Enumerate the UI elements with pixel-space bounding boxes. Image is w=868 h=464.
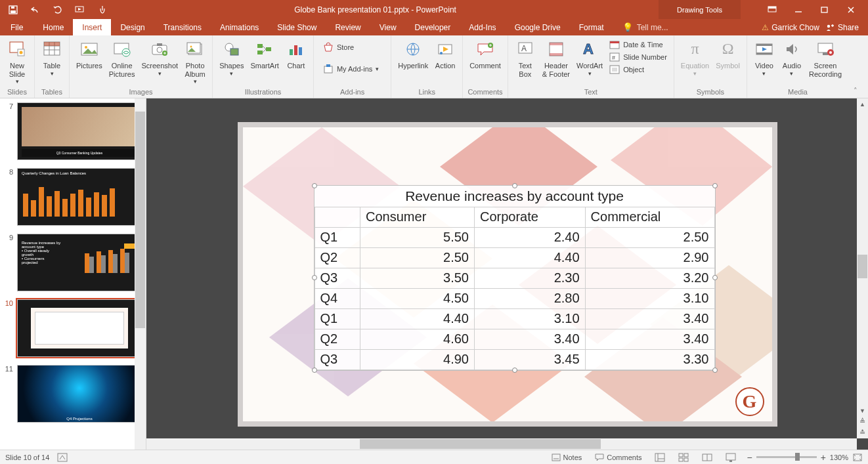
vscroll-handle[interactable] bbox=[857, 255, 867, 278]
audio-button[interactable]: Audio▾ bbox=[779, 37, 805, 78]
object-button[interactable]: Object bbox=[607, 64, 670, 75]
account-user[interactable]: ⚠Garrick Chow bbox=[762, 23, 819, 32]
reading-view-icon[interactable] bbox=[699, 453, 715, 462]
fit-to-window-icon[interactable] bbox=[852, 453, 863, 462]
slideshow-view-icon[interactable] bbox=[723, 453, 739, 462]
my-addins-button[interactable]: My Add-ins ▾ bbox=[320, 63, 381, 75]
slide-editor[interactable]: Revenue increases by account type Consum… bbox=[146, 98, 868, 450]
comment-button[interactable]: Comment bbox=[467, 37, 504, 72]
tab-developer[interactable]: Developer bbox=[406, 19, 460, 35]
scroll-down-icon[interactable]: ▼ bbox=[857, 405, 868, 416]
thumbnail-11[interactable]: 11 Q4 Projections bbox=[0, 361, 146, 427]
tab-transitions[interactable]: Transitions bbox=[154, 19, 211, 35]
row-label[interactable]: Q1 bbox=[315, 227, 360, 247]
cell[interactable]: 4.40 bbox=[474, 247, 585, 268]
comments-button[interactable]: Comments bbox=[592, 453, 644, 461]
thumbnail-7[interactable]: 7 Q3 Consumer Banking Updates bbox=[0, 98, 146, 164]
wordart-button[interactable]: AWordArt▾ bbox=[574, 37, 605, 78]
cell[interactable]: 2.80 bbox=[474, 288, 585, 308]
shapes-button[interactable]: Shapes▾ bbox=[217, 37, 246, 78]
tab-design[interactable]: Design bbox=[111, 19, 154, 35]
screen-recording-button[interactable]: Screen Recording bbox=[806, 37, 844, 79]
cell[interactable]: 4.50 bbox=[360, 288, 475, 308]
table-row[interactable]: Q14.403.103.40 bbox=[315, 308, 714, 329]
table-row[interactable]: Q34.903.453.30 bbox=[315, 349, 714, 369]
tab-review[interactable]: Review bbox=[326, 19, 370, 35]
next-slide-icon[interactable]: ≛ bbox=[857, 427, 868, 438]
notes-button[interactable]: Notes bbox=[549, 453, 585, 461]
pictures-button[interactable]: Pictures bbox=[74, 37, 105, 72]
start-from-beginning-icon[interactable] bbox=[74, 3, 87, 16]
table-row[interactable]: Q33.502.303.20 bbox=[315, 268, 714, 288]
cell[interactable]: 3.40 bbox=[585, 308, 714, 329]
symbol-button[interactable]: ΩSymbol bbox=[713, 37, 743, 72]
close-icon[interactable] bbox=[839, 3, 863, 16]
cell[interactable]: 3.10 bbox=[585, 288, 714, 308]
action-button[interactable]: Action bbox=[432, 37, 458, 72]
zoom-out-button[interactable]: − bbox=[747, 452, 752, 463]
new-slide-button[interactable]: New Slide▾ bbox=[4, 37, 30, 87]
zoom-slider[interactable] bbox=[756, 456, 817, 458]
table-row[interactable]: Q44.502.803.10 bbox=[315, 288, 714, 308]
thumbnail-8[interactable]: 8 Quarterly Changes in Loan Balances bbox=[0, 164, 146, 230]
table-row[interactable]: Q22.504.402.90 bbox=[315, 247, 714, 268]
table-object[interactable]: Revenue increases by account type Consum… bbox=[314, 185, 716, 371]
ribbon-options-icon[interactable] bbox=[760, 3, 784, 16]
minimize-icon[interactable] bbox=[787, 3, 810, 16]
share-button[interactable]: Share bbox=[826, 23, 859, 32]
text-box-button[interactable]: AText Box bbox=[512, 37, 538, 79]
thumbs-scrollbar[interactable] bbox=[135, 98, 146, 450]
scroll-up-icon[interactable]: ▲ bbox=[857, 98, 868, 110]
table-row[interactable]: Q24.603.403.40 bbox=[315, 329, 714, 349]
cell[interactable]: 3.50 bbox=[360, 268, 475, 288]
cell[interactable]: 4.40 bbox=[360, 308, 475, 329]
date-time-button[interactable]: Date & Time bbox=[607, 39, 670, 51]
cell[interactable]: 3.20 bbox=[585, 268, 714, 288]
cell[interactable]: 3.45 bbox=[474, 349, 585, 369]
store-button[interactable]: Store bbox=[320, 41, 381, 53]
cell[interactable]: 2.30 bbox=[474, 268, 585, 288]
prev-slide-icon[interactable]: ≜ bbox=[857, 416, 868, 427]
equation-button[interactable]: πEquation▾ bbox=[678, 37, 712, 78]
tab-slide-show[interactable]: Slide Show bbox=[268, 19, 326, 35]
redo-icon[interactable] bbox=[51, 3, 64, 16]
row-label[interactable]: Q4 bbox=[315, 288, 360, 308]
cell[interactable]: 3.40 bbox=[585, 329, 714, 349]
video-button[interactable]: Video▾ bbox=[751, 37, 777, 78]
tab-file[interactable]: File bbox=[0, 19, 33, 35]
cell[interactable]: 3.40 bbox=[474, 329, 585, 349]
cell[interactable]: 2.90 bbox=[585, 247, 714, 268]
cell[interactable]: 4.90 bbox=[360, 349, 475, 369]
normal-view-icon[interactable] bbox=[652, 453, 668, 462]
cell[interactable]: 3.30 bbox=[585, 349, 714, 369]
row-label[interactable]: Q2 bbox=[315, 329, 360, 349]
tab-animations[interactable]: Animations bbox=[211, 19, 268, 35]
chart-button[interactable]: Chart bbox=[283, 37, 309, 72]
online-pictures-button[interactable]: Online Pictures bbox=[106, 37, 138, 79]
editor-vscroll[interactable]: ▲ ▼ ≜ ≛ bbox=[857, 98, 868, 438]
spellcheck-icon[interactable] bbox=[57, 453, 68, 462]
tab-add-ins[interactable]: Add-Ins bbox=[460, 19, 505, 35]
thumbnail-10[interactable]: 10 bbox=[0, 295, 146, 361]
maximize-icon[interactable] bbox=[813, 3, 836, 16]
tab-insert[interactable]: Insert bbox=[73, 19, 111, 35]
save-icon[interactable] bbox=[7, 3, 20, 16]
cell[interactable]: 2.50 bbox=[585, 227, 714, 247]
tab-format[interactable]: Format bbox=[570, 19, 613, 35]
table-row[interactable]: Q15.502.402.50 bbox=[315, 227, 714, 247]
header-footer-button[interactable]: Header & Footer bbox=[540, 37, 573, 79]
th-blank[interactable] bbox=[315, 207, 360, 227]
collapse-ribbon-icon[interactable]: ˄ bbox=[848, 35, 863, 98]
th-commercial[interactable]: Commercial bbox=[585, 207, 714, 227]
smartart-button[interactable]: SmartArt bbox=[248, 37, 281, 72]
touch-mode-icon[interactable] bbox=[96, 3, 109, 16]
tab-google-drive[interactable]: Google Drive bbox=[506, 19, 570, 35]
thumbnail-9[interactable]: 9 Revenue increases by account type• Ove… bbox=[0, 230, 146, 295]
zoom-level[interactable]: 130% bbox=[830, 453, 848, 461]
cell[interactable]: 5.50 bbox=[360, 227, 475, 247]
editor-hscroll[interactable] bbox=[146, 438, 857, 450]
table-title[interactable]: Revenue increases by account type bbox=[315, 186, 715, 207]
slide-canvas[interactable]: Revenue increases by account type Consum… bbox=[238, 122, 777, 427]
slide-thumbnails[interactable]: 7 Q3 Consumer Banking Updates 8 Quarterl… bbox=[0, 98, 146, 450]
cell[interactable]: 2.40 bbox=[474, 227, 585, 247]
